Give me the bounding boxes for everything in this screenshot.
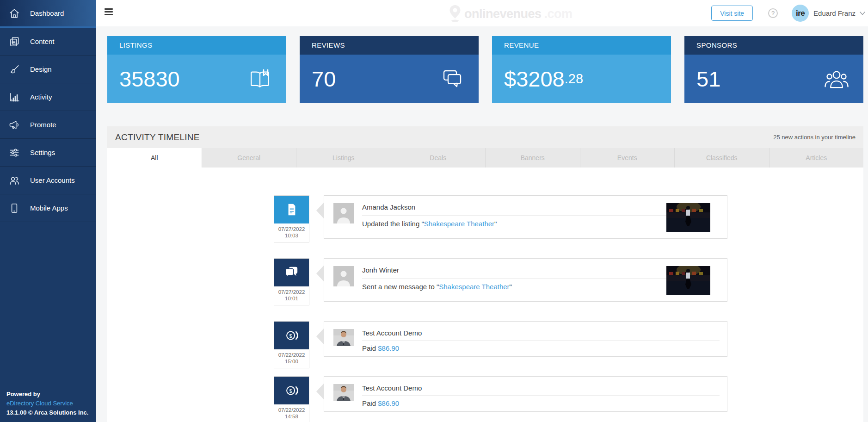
tab-classifieds[interactable]: Classifieds — [675, 148, 770, 168]
open-book-icon — [246, 67, 273, 92]
timeline-date: 07/27/2022 — [275, 289, 308, 295]
content-icon — [8, 35, 20, 48]
sidebar-item-label: Content — [30, 37, 55, 45]
timeline-card: Amanda Jackson Updated the listing "Shak… — [324, 195, 727, 239]
timeline-item: $ 07/22/2022 15:00 Test Account Demo Pai… — [107, 321, 863, 357]
stat-value: 51 — [696, 66, 720, 92]
sidebar-item-promote[interactable]: Promote — [0, 111, 96, 139]
paintbrush-icon — [8, 63, 20, 75]
sliders-icon — [8, 146, 20, 159]
home-icon — [8, 7, 20, 19]
avatar[interactable]: ire — [792, 5, 809, 22]
sidebar-item-mobile-apps[interactable]: Mobile Apps — [0, 194, 96, 222]
sidebar-item-settings[interactable]: Settings — [0, 139, 96, 167]
timeline-badge: 07/27/2022 10:01 — [274, 258, 309, 305]
tab-events[interactable]: Events — [580, 148, 675, 168]
tab-general[interactable]: General — [202, 148, 297, 168]
tab-listings[interactable]: Listings — [296, 148, 391, 168]
sidebar-item-user-accounts[interactable]: User Accounts — [0, 167, 96, 194]
chevron-down-icon[interactable] — [860, 12, 865, 15]
hamburger-menu-icon[interactable] — [105, 8, 113, 15]
sidebar-item-design[interactable]: Design — [0, 56, 96, 83]
card-arrow — [316, 329, 324, 344]
listing-link[interactable]: Shakespeare Theather — [439, 283, 509, 291]
timeline-action: Paid $86.90 — [362, 341, 720, 352]
timeline-time: 15:00 — [275, 358, 308, 365]
tab-articles[interactable]: Articles — [770, 148, 864, 168]
timeline-badge: 07/27/2022 10:03 — [274, 195, 309, 242]
sidebar-item-dashboard[interactable]: Dashboard — [0, 0, 96, 28]
stat-card-listings[interactable]: LISTINGS 35830 — [107, 36, 286, 103]
payment-amount-link[interactable]: $86.90 — [378, 344, 399, 352]
avatar-placeholder — [333, 266, 354, 286]
timeline-body: 07/27/2022 10:03 Amanda Jackson Updated … — [107, 168, 863, 412]
avatar-placeholder — [333, 203, 354, 223]
stat-title: LISTINGS — [107, 36, 286, 55]
payment-dollar-icon: $ — [274, 322, 309, 349]
site-watermark: onlinevenues .com — [449, 4, 573, 25]
timeline-card: Jonh Winter Sent a new message to "Shake… — [324, 258, 727, 302]
actions-count: 25 new actions in your timeline — [773, 134, 856, 141]
tab-all[interactable]: All — [107, 148, 202, 168]
stat-title: REVIEWS — [300, 36, 479, 55]
tab-deals[interactable]: Deals — [391, 148, 486, 168]
user-name[interactable]: Eduard Franz — [813, 9, 856, 17]
timeline-date: 07/22/2022 — [275, 407, 308, 413]
card-arrow — [316, 203, 324, 218]
timeline-date: 07/27/2022 — [275, 226, 308, 232]
listing-link[interactable]: Shakespeare Theather — [424, 220, 494, 228]
stat-title: SPONSORS — [684, 36, 863, 55]
timeline-card: Test Account Demo Paid $86.90 — [324, 376, 727, 412]
sidebar-item-label: Promote — [30, 121, 56, 129]
payment-amount-link[interactable]: $86.90 — [378, 399, 399, 407]
panel-title: ACTIVITY TIMELINE — [115, 132, 200, 143]
sponsors-group-icon — [823, 68, 850, 91]
visit-site-button[interactable]: Visit site — [711, 6, 753, 21]
timeline-tabs: All General Listings Deals Banners Event… — [107, 148, 863, 168]
watermark-tld: .com — [544, 7, 573, 21]
stat-value: 35830 — [119, 66, 180, 92]
card-arrow — [316, 384, 324, 399]
sidebar-item-label: User Accounts — [30, 176, 75, 184]
timeline-user: Amanda Jackson — [362, 203, 668, 216]
tab-banners[interactable]: Banners — [486, 148, 580, 168]
help-icon[interactable]: ? — [768, 8, 778, 18]
stat-card-reviews[interactable]: REVIEWS 70 — [300, 36, 479, 103]
sidebar-item-activity[interactable]: Activity — [0, 83, 96, 111]
sidebar-item-label: Settings — [30, 149, 55, 156]
stat-value: 70 — [312, 66, 336, 92]
activity-timeline-panel: ACTIVITY TIMELINE 25 new actions in your… — [107, 126, 863, 422]
listing-thumbnail[interactable] — [666, 203, 710, 232]
chat-bubbles-icon — [439, 67, 466, 92]
timeline-user: Test Account Demo — [362, 329, 720, 341]
listing-document-icon — [274, 196, 309, 223]
timeline-date: 07/22/2022 — [275, 352, 308, 358]
account-avatar-photo — [333, 329, 354, 346]
stat-cards: LISTINGS 35830 REVIEWS 70 REVENUE $3208 … — [107, 36, 863, 103]
powered-by-label: Powered by — [6, 390, 88, 399]
sidebar-item-content[interactable]: Content — [0, 28, 96, 56]
map-pin-icon — [449, 4, 462, 25]
payment-dollar-icon: $ — [274, 377, 309, 404]
version-label: 13.1.00 © Arca Solutions Inc. — [6, 408, 88, 417]
timeline-action: Paid $86.90 — [362, 396, 720, 407]
timeline-time: 10:03 — [275, 232, 308, 239]
edirectory-service-link[interactable]: eDirectory Cloud Service — [6, 399, 88, 408]
listing-thumbnail[interactable] — [666, 266, 710, 295]
timeline-card: Test Account Demo Paid $86.90 — [324, 321, 727, 357]
timeline-item: $ 07/22/2022 14:58 Test Account Demo Pai… — [107, 376, 863, 412]
stat-value: $3208 — [504, 66, 565, 92]
sidebar-item-label: Dashboard — [30, 9, 64, 17]
timeline-user: Test Account Demo — [362, 384, 720, 396]
stat-card-revenue[interactable]: REVENUE $3208 .28 — [492, 36, 671, 103]
sidebar-footer: Powered by eDirectory Cloud Service 13.1… — [6, 390, 88, 417]
users-icon — [8, 174, 20, 186]
timeline-badge: $ 07/22/2022 14:58 — [274, 376, 309, 422]
sidebar-item-label: Mobile Apps — [30, 204, 68, 212]
stat-card-sponsors[interactable]: SPONSORS 51 — [684, 36, 863, 103]
svg-text:$: $ — [289, 333, 292, 339]
account-avatar-photo — [333, 384, 354, 401]
sidebar-item-label: Design — [30, 65, 52, 73]
timeline-item: 07/27/2022 10:03 Amanda Jackson Updated … — [107, 195, 863, 239]
svg-text:$: $ — [289, 388, 292, 394]
